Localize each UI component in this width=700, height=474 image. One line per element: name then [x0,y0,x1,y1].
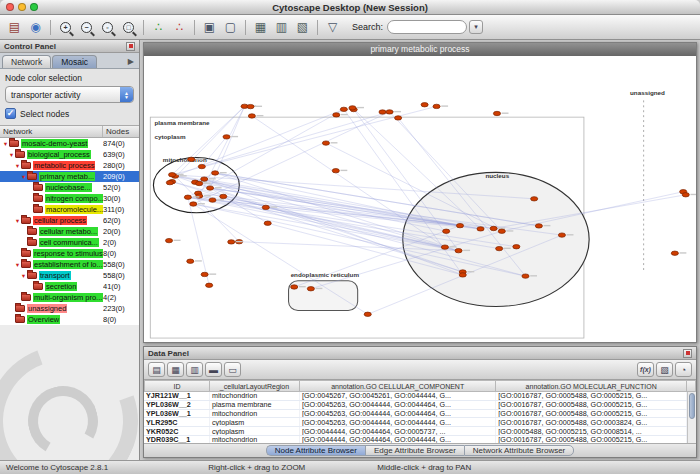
tab-overflow-arrow[interactable]: ▶ [128,57,137,68]
column-header[interactable]: _cellularLayoutRegion [210,380,300,392]
tree-item[interactable]: unassigned223(0) [0,303,139,314]
network-node[interactable] [477,227,484,231]
table-row[interactable]: YJR121W__1mitochondrion[GO:0045267, GO:0… [144,392,696,401]
collapse-icon[interactable]: ▼ [8,152,15,158]
close-window-icon[interactable] [6,3,14,11]
network-node[interactable] [496,246,503,250]
collapse-icon[interactable]: ▼ [2,141,9,147]
network-node[interactable] [264,221,271,225]
network-node[interactable] [291,285,298,289]
tree-item[interactable]: ▼cellular process62(0) [0,215,139,226]
column-header[interactable]: ID [144,380,210,392]
network-node[interactable] [247,104,254,108]
table-row[interactable]: YPL036W__1mitochondrion[GO:0045263, GO:0… [144,410,696,419]
tree-item[interactable]: nucleobase...52(0) [0,182,139,193]
search-input[interactable] [387,20,467,34]
network-node[interactable] [209,198,216,202]
network-node[interactable] [220,194,227,198]
network-node[interactable] [443,229,450,233]
table-scrollbar-thumb[interactable] [689,393,695,419]
network-node[interactable] [262,205,269,209]
tree-item[interactable]: cellular metabo...20(0) [0,226,139,237]
collapse-icon[interactable]: ▼ [14,218,21,224]
float-data-panel-icon[interactable] [683,349,692,358]
collapse-icon[interactable]: ▼ [20,273,27,279]
network-node[interactable] [531,197,538,201]
network-node[interactable] [196,181,203,185]
network-node[interactable] [198,164,205,168]
network-view-title[interactable]: primary metabolic process [144,43,696,56]
network-node[interactable] [223,135,230,139]
network-node[interactable] [386,110,393,114]
tree-header-nodes[interactable]: Nodes [103,127,139,136]
table-row[interactable]: YPL036W__2plasma membrane[GO:0045263, GO… [144,401,696,410]
select-columns-icon[interactable]: ▤ [148,362,165,377]
network-node[interactable] [333,113,340,117]
tree-item[interactable]: ▼establishment of lo...558(0) [0,259,139,270]
session-icon[interactable]: ▤ [5,18,24,37]
attribute-table-icon[interactable]: ▥ [272,18,291,37]
network-node[interactable] [682,193,689,197]
table-row[interactable]: YLR295Ccytoplasm[GO:0045263, GO:0044444,… [144,418,696,427]
network-node[interactable] [169,173,176,177]
collapse-icon[interactable]: ▼ [14,262,21,268]
network-node[interactable] [201,177,208,181]
network-node[interactable] [456,223,463,227]
network-node[interactable] [558,233,565,237]
network-node[interactable] [671,251,678,255]
collapse-icon[interactable]: ▼ [14,163,21,169]
tree-item[interactable]: secretion41(0) [0,281,139,292]
collapse-icon[interactable]: ▼ [20,174,27,180]
network-node[interactable] [307,287,314,291]
table-row[interactable]: YKR052Ccytoplasm[GO:0044444, GO:0044464,… [144,427,696,436]
network-node[interactable] [332,169,339,173]
network-node[interactable] [188,157,195,161]
network-node[interactable] [248,114,255,118]
zoom-fit-icon[interactable]: □ [119,18,138,37]
select-nodes-checkbox[interactable]: ✓ [5,108,16,119]
network-node[interactable] [349,106,356,110]
row-options-icon[interactable]: ▬ [205,362,222,377]
network-node[interactable] [364,312,371,316]
network-node[interactable] [379,110,386,114]
new-network-from-selection-icon[interactable]: ∴ [170,18,189,37]
network-node[interactable] [490,226,497,230]
network-node[interactable] [187,259,194,263]
tree-item[interactable]: cell communica...2(0) [0,237,139,248]
tree-item[interactable]: ▼primary metab...209(0) [0,171,139,182]
network-node[interactable] [184,195,191,199]
duplicate-network-icon[interactable]: ▣ [200,18,219,37]
network-node[interactable] [421,103,428,107]
tree-item[interactable]: ▼biological_process639(0) [0,149,139,160]
tree-item[interactable]: macromolecule...311(0) [0,204,139,215]
network-node[interactable] [493,111,500,115]
table-row[interactable]: YDR039C__1mitochondrion[GO:0044444, GO:0… [144,436,696,443]
import-attributes-icon[interactable]: ▦ [251,18,270,37]
network-node[interactable] [207,186,214,190]
network-node[interactable] [166,180,173,184]
tree-item[interactable]: ▼transport558(0) [0,270,139,281]
delete-rows-icon[interactable]: ▭ [224,362,241,377]
network-node[interactable] [165,238,172,242]
network-node[interactable] [201,272,208,276]
network-node[interactable] [340,107,347,111]
open-attribute-file-icon[interactable]: ▧ [656,362,673,377]
formula-builder-icon[interactable]: f(x) [637,362,654,377]
search-options-icon[interactable]: ▾ [469,20,483,34]
tree-item[interactable]: nitrogen compo...30(0) [0,193,139,204]
tab-mosaic[interactable]: Mosaic [52,55,97,68]
tab-network[interactable]: Network [2,55,51,68]
tab-network-attribute-browser[interactable]: Network Attribute Browser [464,445,574,456]
zoom-selected-icon[interactable]: ▫ [98,18,117,37]
network-node[interactable] [322,141,329,145]
annotation-import-icon[interactable]: ▧ [293,18,312,37]
minimize-window-icon[interactable] [18,3,26,11]
network-node[interactable] [441,245,448,249]
column-header[interactable]: annotation.GO CELLULAR_COMPONENT [300,380,496,392]
float-panel-icon[interactable] [126,42,135,51]
network-node[interactable] [455,249,462,253]
network-node[interactable] [459,273,466,277]
globe-icon[interactable]: ◉ [26,18,45,37]
new-column-icon[interactable]: ▦ [167,362,184,377]
network-node[interactable] [498,229,505,233]
